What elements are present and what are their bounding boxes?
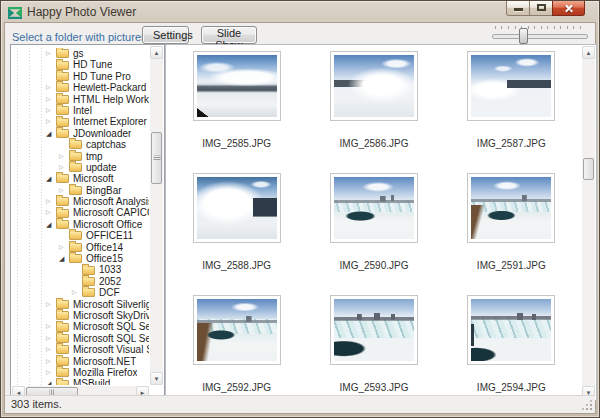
minimize-button[interactable] [506,1,530,16]
folder-tree-panel: ▷gsHD TuneHD Tune Pro▷Hewlett-Packard▷HT… [10,44,165,401]
expander-collapsed-icon[interactable]: ▷ [46,82,56,93]
tree-item-dcf[interactable]: ▷DCF [12,287,149,298]
app-window: Happy Photo Viewer Select a folder with … [0,0,600,418]
photo-filename: IMG_2588.JPG [168,260,305,271]
photos-scrollbar-thumb[interactable] [583,158,594,180]
title-bar[interactable]: Happy Photo Viewer [1,1,599,22]
thumbnail-image[interactable] [193,51,281,121]
expander-collapsed-icon[interactable]: ▷ [59,151,69,162]
expander-collapsed-icon[interactable]: ▷ [46,207,56,218]
tree-item-intel[interactable]: ▷Intel [12,105,149,116]
tree-item-mozilla-firefox[interactable]: ▷Mozilla Firefox [12,367,149,378]
photo-item[interactable]: IMG_2587.JPG [443,51,580,173]
tree-item-label: JDownloader [73,128,131,139]
tree-item-1033[interactable]: 1033 [12,264,149,275]
expander-collapsed-icon[interactable]: ▷ [46,116,56,127]
thumbnail-image[interactable] [467,173,555,243]
photo-item[interactable]: IMG_2591.JPG [443,173,580,295]
slideshow-button[interactable]: Slide Show [201,26,257,44]
close-button[interactable] [552,1,585,16]
photo-item[interactable]: IMG_2588.JPG [168,173,305,295]
expander-collapsed-icon[interactable]: ▷ [46,367,56,378]
expander-collapsed-icon[interactable]: ▷ [72,287,82,298]
photo-item[interactable]: IMG_2592.JPG [168,295,305,398]
tree-item-microsoft-office[interactable]: ◢Microsoft Office [12,219,149,230]
folder-icon [56,174,69,183]
expander-collapsed-icon[interactable]: ▷ [46,105,56,116]
tree-item-update[interactable]: ▷update [12,162,149,173]
expander-expanded-icon[interactable]: ◢ [46,128,56,139]
expander-collapsed-icon[interactable]: ▷ [46,299,56,310]
tree-item-html-help-workshop[interactable]: ▷HTML Help Workshop [12,94,149,105]
expander-collapsed-icon[interactable]: ▷ [46,321,56,332]
thumbnail-image[interactable] [330,173,418,243]
tree-item-internet-explorer[interactable]: ▷Internet Explorer [12,116,149,127]
photo-item[interactable]: IMG_2593.JPG [305,295,442,398]
tree-item-tmp[interactable]: ▷tmp [12,151,149,162]
settings-button[interactable]: Settings [142,26,189,44]
folder-icon [56,209,69,218]
photos-vertical-scrollbar[interactable]: ▲ ▼ [582,46,595,399]
photo-item[interactable]: IMG_2590.JPG [305,173,442,295]
photo-item[interactable]: IMG_2585.JPG [168,51,305,173]
expander-collapsed-icon[interactable]: ▷ [46,344,56,355]
tree-item-label: Microsoft CAPICOM [73,207,149,218]
tree-item-microsoft-analysis-se[interactable]: ▷Microsoft Analysis Se [12,196,149,207]
thumbnail-image[interactable] [193,295,281,365]
tree-item-jdownloader[interactable]: ◢JDownloader [12,128,149,139]
folder-icon [56,129,69,138]
scroll-down-icon[interactable]: ▼ [150,372,163,385]
tree-item-microsoft-silverlight[interactable]: ▷Microsoft Silverlight [12,299,149,310]
photo-v2593 [334,299,414,361]
tree-item-hewlett-packard[interactable]: ▷Hewlett-Packard [12,82,149,93]
scroll-up-icon[interactable]: ▲ [150,46,163,59]
expander-collapsed-icon[interactable]: ▷ [46,333,56,344]
tree-item-microsoft-visual-stud[interactable]: ▷Microsoft Visual Stud [12,344,149,355]
photo-item[interactable]: IMG_2594.JPG [443,295,580,398]
tree-item-label: Hewlett-Packard [73,82,146,93]
expander-collapsed-icon[interactable]: ▷ [46,94,56,105]
thumbnail-image[interactable] [330,51,418,121]
expander-expanded-icon[interactable]: ◢ [46,173,56,184]
tree-vertical-scrollbar[interactable]: ▲ ▼ [150,46,163,385]
thumbnail-image[interactable] [193,173,281,243]
tree-item-office14[interactable]: ▷Office14 [12,242,149,253]
maximize-button[interactable] [529,1,553,16]
photo-item[interactable]: IMG_2586.JPG [305,51,442,173]
tree-item-microsoft[interactable]: ◢Microsoft [12,173,149,184]
resize-grip[interactable] [582,400,593,411]
photo-grid-panel: IMG_2585.JPGIMG_2586.JPGIMG_2587.JPGIMG_… [165,44,597,401]
thumbnail-size-slider[interactable] [492,24,588,46]
tree-item-msbuild[interactable]: ◢MSBuild [12,378,149,385]
expander-expanded-icon[interactable]: ◢ [59,253,69,264]
tree-item-bingbar[interactable]: ▷BingBar [12,185,149,196]
tree-item-microsoft-capicom[interactable]: ▷Microsoft CAPICOM [12,207,149,218]
thumbnail-image[interactable] [467,51,555,121]
app-icon [8,5,22,17]
slider-track[interactable] [492,34,588,39]
tree-item-captchas[interactable]: captchas [12,139,149,150]
tree-item-microsoft-skydrive[interactable]: Microsoft SkyDrive [12,310,149,321]
tree-item-office11[interactable]: OFFICE11 [12,230,149,241]
expander-collapsed-icon[interactable]: ▷ [59,242,69,253]
tree-item-microsoft-sql-serve[interactable]: ▷Microsoft SQL Serve [12,321,149,332]
slider-thumb[interactable] [519,28,528,44]
scroll-up-icon[interactable]: ▲ [582,46,595,59]
tree-item-microsoft-sql-serve[interactable]: ▷Microsoft SQL Serve [12,333,149,344]
expander-expanded-icon[interactable]: ◢ [46,378,56,385]
thumbnail-image[interactable] [467,295,555,365]
tree-item-2052[interactable]: 2052 [12,276,149,287]
tree-item-microsoft-net[interactable]: ▷Microsoft.NET [12,356,149,367]
expander-collapsed-icon[interactable]: ▷ [46,196,56,207]
expander-collapsed-icon[interactable]: ▷ [46,356,56,367]
expander-expanded-icon[interactable]: ◢ [46,219,56,230]
folder-icon [69,186,82,195]
expander-collapsed-icon[interactable]: ▷ [46,48,56,59]
tree-item-hd-tune[interactable]: HD Tune [12,59,149,70]
tree-item-hd-tune-pro[interactable]: HD Tune Pro [12,71,149,82]
thumbnail-image[interactable] [330,295,418,365]
status-text: 303 items. [11,398,62,410]
tree-scrollbar-thumb[interactable] [151,132,162,184]
tree-item-gs[interactable]: ▷gs [12,48,149,59]
tree-item-office15[interactable]: ◢Office15 [12,253,149,264]
